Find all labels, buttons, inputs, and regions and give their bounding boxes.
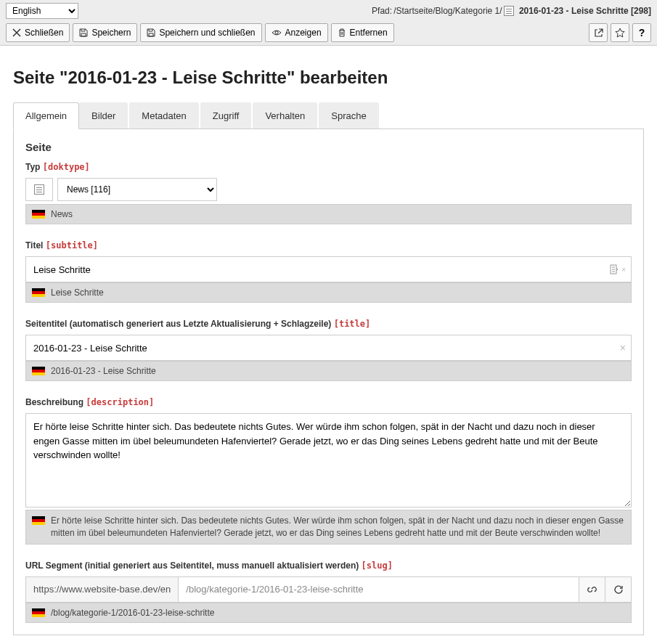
type-code: [doktype] (43, 162, 90, 172)
field-slug: URL Segment (initial generiert aus Seite… (25, 561, 632, 623)
slug-input[interactable] (178, 576, 579, 603)
field-title: Seitentitel (automatisch generiert aus L… (25, 319, 632, 381)
delete-label: Entfernen (350, 28, 388, 38)
subtitle-lang-value: Leise Schritte (51, 288, 104, 298)
input-action-icon[interactable]: × (610, 264, 626, 274)
subtitle-code: [subtitle] (46, 240, 98, 250)
main-content: Seite "2016-01-23 - Leise Schritte" bear… (0, 46, 657, 644)
flag-de-icon (32, 516, 45, 525)
type-lang-value: News (51, 209, 73, 219)
field-type: Typ [doktype] News [116] News (25, 162, 632, 224)
trash-icon (338, 28, 346, 37)
breadcrumb: Pfad: /Startseite/Blog/Kategorie 1/ 2016… (372, 6, 651, 16)
refresh-icon (613, 584, 624, 595)
title-label: Seitentitel (automatisch generiert aus L… (25, 319, 331, 329)
type-label-row: Typ [doktype] (25, 162, 632, 172)
tab-zugriff[interactable]: Zugriff (200, 102, 252, 129)
close-label: Schließen (25, 28, 63, 38)
save-close-button[interactable]: Speichern und schließen (140, 23, 261, 42)
page-icon (504, 6, 514, 16)
preview-button[interactable]: Anzeigen (265, 23, 328, 42)
title-label-row: Seitentitel (automatisch generiert aus L… (25, 319, 632, 329)
flag-de-icon (32, 367, 45, 375)
topbar: English Pfad: /Startseite/Blog/Kategorie… (0, 0, 657, 46)
tab-allgemein[interactable]: Allgemein (13, 102, 79, 129)
eye-icon (272, 29, 282, 36)
close-icon (12, 28, 21, 37)
tab-sprache[interactable]: Sprache (319, 102, 378, 129)
link-icon (587, 584, 597, 595)
close-button[interactable]: Schließen (6, 23, 70, 42)
flag-de-icon (32, 210, 45, 219)
slug-refresh-button[interactable] (605, 576, 632, 603)
preview-label: Anzeigen (285, 28, 322, 38)
action-buttons: Schließen Speichern Speichern und schlie… (6, 23, 394, 42)
type-label: Typ (25, 162, 40, 172)
breadcrumb-segment: /Startseite/Blog/Kategorie 1/ (393, 6, 502, 16)
save-close-label: Speichern und schließen (159, 28, 255, 38)
slug-label: URL Segment (initial generiert aus Seite… (25, 561, 359, 571)
slug-code: [slug] (362, 561, 393, 571)
field-subtitle: Titel [subtitle] × Leise Schritte (25, 240, 632, 303)
description-label: Beschreibung (25, 397, 83, 407)
path-label: Pfad: (372, 6, 392, 16)
svg-point-0 (275, 31, 278, 34)
save-button[interactable]: Speichern (73, 23, 137, 42)
save-icon (147, 28, 155, 37)
slug-toggle-button[interactable] (579, 576, 605, 603)
save-label: Speichern (91, 28, 131, 38)
clear-icon[interactable]: × (620, 342, 626, 354)
subtitle-label-row: Titel [subtitle] (25, 240, 632, 250)
slug-prefix: https://www.website-base.dev/en (25, 576, 178, 603)
subtitle-input[interactable] (25, 256, 632, 282)
save-icon (79, 28, 88, 37)
subtitle-lang-preview: Leise Schritte (25, 282, 632, 303)
help-button[interactable]: ? (632, 23, 651, 42)
title-code: [title] (334, 319, 371, 329)
bookmark-button[interactable] (611, 23, 629, 42)
tab-metadaten[interactable]: Metadaten (129, 102, 198, 129)
tab-verhalten[interactable]: Verhalten (253, 102, 317, 129)
page-title: Seite "2016-01-23 - Leise Schritte" bear… (13, 68, 644, 88)
help-icon: ? (639, 27, 645, 38)
tab-bilder[interactable]: Bilder (79, 102, 128, 129)
share-icon (594, 28, 603, 38)
language-select[interactable]: English (6, 3, 78, 19)
title-input[interactable] (25, 335, 632, 361)
slug-label-row: URL Segment (initial generiert aus Seite… (25, 561, 632, 571)
slug-lang-preview: /blog/kategorie-1/2016-01-23-leise-schri… (25, 603, 632, 623)
flag-de-icon (32, 288, 45, 297)
subtitle-label: Titel (25, 240, 43, 250)
description-lang-preview: Er hörte leise Schritte hinter sich. Das… (25, 510, 632, 545)
tab-content: Seite Typ [doktype] News [116] News (13, 129, 644, 635)
description-textarea[interactable]: Er hörte leise Schritte hinter sich. Das… (25, 413, 632, 508)
type-lang-preview: News (25, 204, 632, 224)
star-icon (615, 28, 625, 38)
title-lang-value: 2016-01-23 - Leise Schritte (51, 366, 156, 376)
description-lang-value: Er hörte leise Schritte hinter sich. Das… (51, 515, 625, 539)
section-title: Seite (25, 141, 632, 153)
doktype-icon-box (25, 178, 53, 201)
description-label-row: Beschreibung [description] (25, 397, 632, 407)
slug-lang-value: /blog/kategorie-1/2016-01-23-leise-schri… (51, 608, 214, 618)
title-lang-preview: 2016-01-23 - Leise Schritte (25, 361, 632, 381)
flag-de-icon (32, 608, 45, 617)
secondary-buttons: ? (589, 23, 651, 42)
field-description: Beschreibung [description] Er hörte leis… (25, 397, 632, 545)
tabs: Allgemein Bilder Metadaten Zugriff Verha… (13, 102, 644, 129)
doktype-select[interactable]: News [116] (57, 178, 217, 201)
breadcrumb-current: 2016-01-23 - Leise Schritte [298] (519, 6, 651, 16)
delete-button[interactable]: Entfernen (331, 23, 394, 42)
page-icon (34, 184, 44, 195)
share-button[interactable] (589, 23, 608, 42)
description-code: [description] (86, 397, 154, 407)
